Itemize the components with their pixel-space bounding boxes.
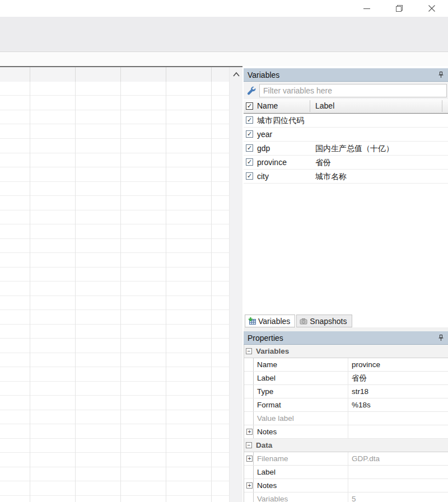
variables-table-icon xyxy=(248,317,256,325)
prop-group-variables[interactable]: − Variables xyxy=(244,345,448,358)
variables-pane: Variables xyxy=(244,66,448,327)
restore-button[interactable] xyxy=(383,0,416,17)
prop-value[interactable]: 省份 xyxy=(348,372,448,384)
data-grid[interactable] xyxy=(0,66,242,502)
properties-pane-title: Properties xyxy=(248,334,283,343)
prop-name: Variables xyxy=(254,492,348,502)
prop-value[interactable]: %18s xyxy=(348,398,448,411)
close-icon xyxy=(428,4,436,12)
variables-pane-header: Variables xyxy=(244,68,448,82)
prop-group-label: Data xyxy=(256,441,272,449)
restore-icon xyxy=(395,4,403,12)
variable-name: province xyxy=(257,158,287,167)
prop-name: Name xyxy=(254,358,348,371)
prop-name: Filename xyxy=(254,452,348,465)
tab-snapshots[interactable]: Snapshots xyxy=(296,315,352,327)
toolbar-area xyxy=(0,17,448,51)
variables-pane-title: Variables xyxy=(248,71,279,79)
wrench-icon[interactable] xyxy=(246,86,257,95)
variable-name: 城市四位代码 xyxy=(257,116,304,126)
prop-value: GDP.dta xyxy=(348,452,448,465)
pane-splitter[interactable] xyxy=(244,327,448,331)
prop-name: Format xyxy=(254,398,348,411)
prop-row-notes[interactable]: + Notes xyxy=(244,425,448,439)
prop-row-data-label[interactable]: Label xyxy=(244,466,448,479)
variable-row[interactable]: ✓ year xyxy=(244,128,448,142)
checkbox-checked-icon[interactable]: ✓ xyxy=(246,158,253,166)
grid-vertical-scrollbar[interactable] xyxy=(229,67,242,502)
prop-row-filename[interactable]: + Filename GDP.dta xyxy=(244,452,448,466)
expand-icon[interactable]: + xyxy=(246,482,253,489)
prop-value[interactable]: province xyxy=(348,358,448,371)
variable-label: 省份 xyxy=(315,158,331,168)
variable-list: ✓ 城市四位代码 ✓ year ✓ gdp 国内生产总值（十亿） xyxy=(244,114,448,184)
prop-value[interactable]: str18 xyxy=(348,385,448,398)
stata-window: Variables xyxy=(0,0,448,502)
prop-value[interactable] xyxy=(348,412,448,425)
tab-variables-label: Variables xyxy=(258,317,290,326)
variable-name: gdp xyxy=(257,144,270,153)
variable-row[interactable]: ✓ 城市四位代码 xyxy=(244,114,448,128)
prop-name: Notes xyxy=(254,479,348,492)
prop-group-data[interactable]: − Data xyxy=(244,439,448,452)
properties-pane: Properties − Variables xyxy=(244,331,448,502)
checkbox-checked-icon[interactable]: ✓ xyxy=(246,130,253,138)
prop-name: Notes xyxy=(254,425,348,438)
prop-name: Value label xyxy=(254,412,348,425)
titlebar xyxy=(0,0,448,17)
close-button[interactable] xyxy=(416,0,448,17)
prop-row-type[interactable]: Type str18 xyxy=(244,385,448,398)
prop-value[interactable] xyxy=(348,466,448,478)
filter-variables-input[interactable] xyxy=(259,84,447,97)
prop-row-variables-count[interactable]: Variables 5 xyxy=(244,492,448,502)
variable-row[interactable]: ✓ city 城市名称 xyxy=(244,170,448,184)
cell-edit-bar[interactable] xyxy=(0,51,448,66)
properties-grid: − Variables Name province Label 省份 xyxy=(244,345,448,502)
properties-pane-header: Properties xyxy=(244,331,448,345)
tab-snapshots-label: Snapshots xyxy=(310,317,347,326)
snapshots-camera-icon xyxy=(300,317,307,325)
scroll-up-icon[interactable] xyxy=(232,72,240,77)
prop-value: 5 xyxy=(348,492,448,502)
select-all-checkbox[interactable]: ✓ xyxy=(246,102,253,110)
prop-row-name[interactable]: Name province xyxy=(244,358,448,372)
variable-name: city xyxy=(257,172,269,181)
variable-label: 城市名称 xyxy=(315,172,347,182)
grid-cells[interactable] xyxy=(0,82,229,502)
prop-row-format[interactable]: Format %18s xyxy=(244,398,448,412)
pin-icon[interactable] xyxy=(438,71,444,78)
prop-name: Label xyxy=(254,466,348,478)
prop-value[interactable] xyxy=(348,425,448,438)
checkbox-checked-icon[interactable]: ✓ xyxy=(246,172,253,180)
variable-label: 国内生产总值（十亿） xyxy=(315,144,394,154)
variable-row[interactable]: ✓ province 省份 xyxy=(244,156,448,170)
checkbox-checked-icon[interactable]: ✓ xyxy=(246,144,253,152)
variable-row[interactable]: ✓ gdp 国内生产总值（十亿） xyxy=(244,142,448,156)
expand-icon[interactable]: + xyxy=(246,429,253,435)
prop-value[interactable] xyxy=(348,479,448,492)
prop-name: Label xyxy=(254,372,348,384)
variable-name: year xyxy=(257,130,272,139)
varlist-header[interactable]: ✓ Name Label xyxy=(244,99,448,114)
prop-name: Type xyxy=(254,385,348,398)
expand-icon[interactable]: + xyxy=(246,456,253,462)
grid-header-row xyxy=(0,67,229,82)
collapse-icon[interactable]: − xyxy=(246,348,252,354)
tab-variables[interactable]: Variables xyxy=(245,315,295,327)
prop-group-label: Variables xyxy=(256,347,289,355)
column-header-name[interactable]: Name xyxy=(257,101,278,110)
prop-row-label[interactable]: Label 省份 xyxy=(244,372,448,385)
minimize-button[interactable] xyxy=(351,0,383,17)
checkbox-checked-icon[interactable]: ✓ xyxy=(246,116,253,124)
prop-row-value-label[interactable]: Value label xyxy=(244,412,448,425)
minimize-icon xyxy=(363,4,371,12)
variable-filter-row xyxy=(244,82,448,99)
pane-tab-row: Variables Snapshots xyxy=(244,314,448,327)
pin-icon[interactable] xyxy=(438,334,444,341)
collapse-icon[interactable]: − xyxy=(246,442,252,448)
column-header-label[interactable]: Label xyxy=(315,101,334,110)
prop-row-data-notes[interactable]: + Notes xyxy=(244,479,448,492)
